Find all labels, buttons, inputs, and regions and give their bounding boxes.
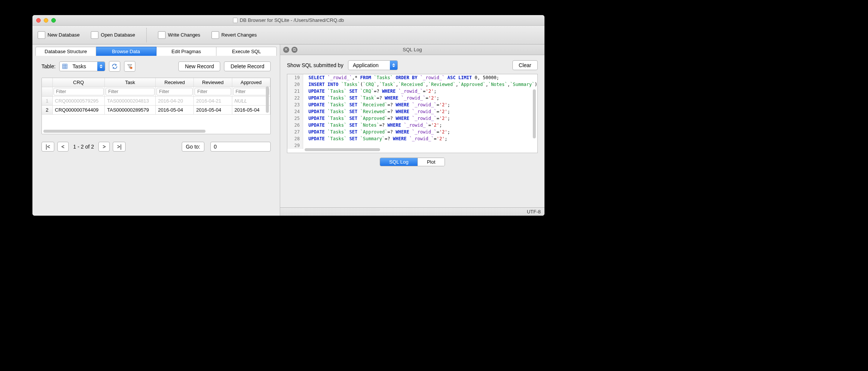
cell-received[interactable]: 2016-04-20 [156, 97, 194, 106]
log-line-text: UPDATE `Tasks` SET `Notes`=? WHERE `_row… [303, 122, 442, 129]
sqllog-controls: Show SQL submitted by Application Clear [280, 55, 544, 74]
line-number: 29 [287, 142, 303, 149]
refresh-icon [112, 63, 118, 69]
table-label: Table: [41, 63, 55, 69]
clear-filters-button[interactable] [124, 61, 135, 72]
refresh-button[interactable] [109, 61, 120, 72]
titlebar: DB Browser for SQLite - /Users/Shared/CR… [32, 15, 544, 26]
cell-crq[interactable]: CRQ000000764409 [52, 106, 104, 115]
right-panel: ✕ ⧉ SQL Log Show SQL submitted by Applic… [280, 44, 544, 216]
row-number: 1 [42, 97, 52, 106]
svg-rect-0 [63, 64, 67, 69]
log-line: 21UPDATE `Tasks` SET `CRQ`=? WHERE `_row… [287, 88, 537, 95]
horizontal-scrollbar[interactable] [43, 130, 205, 133]
cell-crq[interactable]: CRQ000000579295 [52, 97, 104, 106]
column-filter-input[interactable] [54, 88, 104, 95]
window-controls [36, 18, 56, 23]
toolbar-divider [146, 28, 147, 42]
tab-plot[interactable]: Plot [417, 158, 444, 166]
new-database-icon [38, 31, 45, 39]
log-line: 24UPDATE `Tasks` SET `Reviewed`=? WHERE … [287, 108, 537, 115]
write-changes-button[interactable]: Write Changes [158, 31, 200, 39]
log-hscrollbar[interactable] [305, 148, 380, 151]
table-controls: Table: Tasks [41, 61, 271, 72]
funnel-icon [127, 63, 133, 69]
statusbar: UTF-8 [280, 207, 544, 216]
pager: |< < 1 - 2 of 2 > >| Go to: [41, 142, 271, 152]
tab-edit-pragmas[interactable]: Edit Pragmas [156, 47, 217, 56]
cell-reviewed[interactable]: 2016-04-21 [194, 97, 232, 106]
log-line: 26UPDATE `Tasks` SET `Notes`=? WHERE `_r… [287, 122, 537, 129]
table-select[interactable]: Tasks [59, 61, 105, 71]
column-header[interactable]: CRQ [52, 78, 104, 87]
line-number: 28 [287, 135, 303, 142]
window-title-text: DB Browser for SQLite - /Users/Shared/CR… [240, 17, 344, 23]
delete-record-button[interactable]: Delete Record [224, 61, 271, 71]
tab-execute-sql[interactable]: Execute SQL [216, 47, 277, 56]
line-number: 22 [287, 95, 303, 101]
log-line: 25UPDATE `Tasks` SET `Approved`=? WHERE … [287, 115, 537, 122]
cell-received[interactable]: 2016-05-04 [156, 106, 194, 115]
revert-changes-button[interactable]: Revert Changes [212, 31, 257, 39]
log-line: 23UPDATE `Tasks` SET `Received`=? WHERE … [287, 101, 537, 108]
new-database-label: New Database [48, 32, 80, 38]
main-tabs: Database Structure Browse Data Edit Prag… [32, 44, 280, 56]
log-line: 28UPDATE `Tasks` SET `Summary`=? WHERE `… [287, 135, 537, 142]
goto-input[interactable] [210, 142, 271, 152]
table-row[interactable]: 1CRQ000000579295TAS0000002048132016-04-2… [42, 97, 270, 106]
new-record-button[interactable]: New Record [178, 61, 220, 71]
right-bottom-tabs: SQL Log Plot [280, 158, 544, 166]
cell-approved[interactable]: NULL [232, 97, 270, 106]
pager-status: 1 - 2 of 2 [73, 144, 94, 150]
pager-first-button[interactable]: |< [41, 142, 54, 152]
minimize-icon[interactable] [44, 18, 48, 23]
zoom-icon[interactable] [51, 18, 56, 23]
vertical-scrollbar[interactable] [266, 86, 269, 113]
cell-task[interactable]: TAS000000289579 [104, 106, 155, 115]
pager-next-button[interactable]: > [98, 142, 110, 152]
tab-structure[interactable]: Database Structure [35, 47, 96, 56]
log-line-text: UPDATE `Tasks` SET `Approved`=? WHERE `_… [303, 115, 450, 122]
revert-changes-label: Revert Changes [221, 32, 257, 38]
line-number: 25 [287, 115, 303, 122]
log-line-text: UPDATE `Tasks` SET `Received`=? WHERE `_… [303, 101, 450, 108]
pager-prev-button[interactable]: < [57, 142, 69, 152]
clear-log-button[interactable]: Clear [512, 60, 538, 70]
new-database-button[interactable]: New Database [38, 31, 80, 39]
detach-pane-icon[interactable]: ⧉ [291, 47, 298, 53]
column-header[interactable]: Task [104, 78, 155, 87]
tab-browse-data[interactable]: Browse Data [96, 47, 156, 56]
encoding-label: UTF-8 [527, 209, 541, 215]
sqllog-title: SQL Log [280, 47, 544, 52]
column-filter-input[interactable] [233, 88, 269, 95]
window-title: DB Browser for SQLite - /Users/Shared/CR… [32, 17, 544, 23]
column-filter-input[interactable] [156, 88, 193, 95]
browse-panel: Table: Tasks [32, 56, 280, 216]
log-line-text: UPDATE `Tasks` SET `Approved`=? WHERE `_… [303, 129, 450, 135]
pager-last-button[interactable]: >| [113, 142, 126, 152]
chevron-updown-icon [97, 62, 105, 71]
open-database-button[interactable]: Open Database [91, 31, 135, 39]
log-line-text: UPDATE `Tasks` SET `CRQ`=? WHERE `_rowid… [303, 88, 437, 95]
line-number: 24 [287, 108, 303, 115]
cell-reviewed[interactable]: 2016-05-04 [194, 106, 232, 115]
table-row[interactable]: 2CRQ000000764409TAS0000002895792016-05-0… [42, 106, 270, 115]
log-vscrollbar[interactable] [533, 89, 536, 138]
open-database-label: Open Database [101, 32, 135, 38]
column-filter-input[interactable] [106, 88, 155, 95]
tab-sql-log[interactable]: SQL Log [380, 158, 417, 166]
line-number: 27 [287, 129, 303, 135]
column-filter-input[interactable] [195, 88, 231, 95]
goto-label: Go to: [182, 142, 204, 152]
close-pane-icon[interactable]: ✕ [283, 47, 289, 53]
sql-source-select[interactable]: Application [348, 60, 398, 70]
cell-approved[interactable]: 2016-05-04 [232, 106, 270, 115]
revert-changes-icon [212, 31, 219, 39]
column-header[interactable]: Approved [232, 78, 270, 87]
cell-task[interactable]: TAS000000204813 [104, 97, 155, 106]
close-icon[interactable] [36, 18, 41, 23]
sql-log-view[interactable]: 19SELECT `_rowid_`,* FROM `Tasks` ORDER … [287, 74, 538, 153]
column-header[interactable]: Received [156, 78, 194, 87]
log-line: 19SELECT `_rowid_`,* FROM `Tasks` ORDER … [287, 74, 537, 81]
column-header[interactable]: Reviewed [194, 78, 232, 87]
